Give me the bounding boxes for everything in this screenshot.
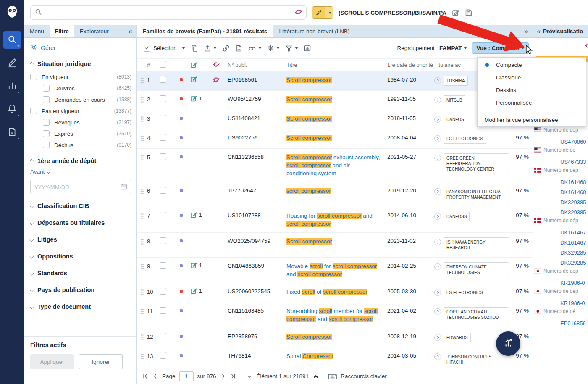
family-member-number[interactable]: DK329385 (533, 199, 588, 205)
row-checkbox[interactable] (160, 212, 166, 218)
row-checkbox[interactable] (160, 76, 166, 83)
filter-checkbox[interactable] (43, 130, 50, 137)
filter-section-classification-cib[interactable]: Classification CIB (30, 197, 131, 214)
drag-handle-icon[interactable] (137, 115, 147, 124)
expand-assignee-icon[interactable] (434, 239, 441, 245)
assignee-box[interactable]: LG ELECTRONICS (444, 134, 486, 144)
family-member-number[interactable]: DK161467 (533, 239, 588, 246)
title-cell[interactable]: scroll compressor (286, 187, 387, 195)
row-checkbox[interactable] (160, 237, 166, 244)
filter-item[interactable]: Révoqués(2197) (30, 117, 131, 128)
table-row[interactable]: 101US20060222545Fixed scroll of scroll c… (137, 283, 533, 302)
filter-section-filing-year[interactable]: 1ère année de dépôt (30, 158, 131, 164)
more-tabs-icon[interactable]: » (519, 25, 533, 37)
filter-section-pays-de-publication[interactable]: Pays de publication (30, 281, 131, 298)
expand-assignee-icon[interactable] (434, 213, 441, 220)
tab-menu[interactable]: Menu (24, 25, 50, 37)
publication-number[interactable]: US10107288 (228, 212, 286, 218)
row-checkbox[interactable] (160, 153, 166, 160)
family-member-number[interactable]: DK329285 (533, 250, 588, 256)
expand-assignee-icon[interactable] (434, 135, 441, 142)
filter-checkbox[interactable] (43, 119, 50, 126)
assignee-box[interactable]: JOHNSON CONTROLS HITACHI (444, 352, 509, 367)
analysis-fab[interactable] (496, 331, 520, 356)
filter-funnel-icon[interactable] (285, 45, 298, 52)
expand-assignee-icon[interactable] (434, 155, 441, 161)
publication-number[interactable]: CN115163485 (228, 307, 286, 314)
title-cell[interactable]: Scroll compressor (286, 134, 387, 142)
title-cell[interactable]: Scroll compressor (286, 95, 387, 103)
rail-analytics-button[interactable] (3, 77, 21, 95)
publication-number[interactable]: CN104863859 (228, 262, 286, 269)
title-cell[interactable]: Scroll compressor (286, 76, 387, 84)
rail-alerts-button[interactable] (3, 100, 21, 118)
publication-number[interactable]: JP7702647 (228, 187, 286, 194)
prev-page-icon[interactable] (152, 373, 158, 379)
expand-assignee-icon[interactable] (434, 77, 441, 84)
duplicate-icon[interactable] (191, 45, 198, 52)
assignee-box[interactable]: EDWARDS (444, 333, 471, 342)
edit-query-icon[interactable] (452, 9, 459, 16)
view-menu-item-compacte[interactable]: Compacte (478, 58, 586, 71)
publication-number[interactable]: US11408421 (228, 115, 286, 121)
drag-handle-icon[interactable] (137, 333, 147, 342)
row-checkbox[interactable] (160, 187, 166, 194)
assignee-box[interactable]: COPELAND CLIMATE TECHNOLOGIES SUZHOU (444, 307, 509, 322)
filter-section-oppositions[interactable]: Oppositions (30, 248, 131, 265)
highlighter-dropdown[interactable] (325, 7, 333, 18)
row-checkbox[interactable] (160, 333, 166, 339)
family-member-number[interactable]: EP016856 (533, 320, 588, 326)
view-menu-item-personnalis-e[interactable]: Personnalisée (478, 96, 586, 109)
analysis-icon[interactable] (304, 45, 311, 52)
tab-filtre[interactable]: Filtre (50, 25, 74, 37)
family-member-number[interactable]: DK329285 (533, 260, 588, 266)
pdf-icon[interactable]: PDF (235, 45, 243, 52)
rail-reports-button[interactable] (3, 123, 21, 142)
expand-assignee-icon[interactable] (434, 116, 441, 123)
expand-assignee-icon[interactable] (434, 188, 441, 195)
assignee-box[interactable]: DANFOSS (444, 212, 470, 221)
tab-npl[interactable]: Littérature non-brevet (LNB) (273, 25, 355, 37)
filter-item[interactable]: Pas en vigueur(13877) (30, 105, 131, 117)
view-menu-edit-custom[interactable]: Modifier la vue personnalisée (478, 113, 586, 126)
questel-owl-logo[interactable] (5, 4, 20, 21)
drawings-indicator[interactable]: 1 (189, 95, 211, 102)
expand-assignee-icon[interactable] (434, 263, 441, 270)
filter-section-litiges[interactable]: Litiges (30, 231, 131, 248)
table-row[interactable]: 6JP7702647scroll compressor2019-12-20PAN… (137, 182, 533, 207)
expand-assignee-icon[interactable] (434, 308, 441, 315)
family-member-number[interactable]: DK161467 (533, 229, 588, 236)
drag-handle-icon[interactable] (137, 95, 147, 104)
assignee-box[interactable]: MITSUB (444, 95, 465, 105)
title-cell[interactable]: Scroll compressor (286, 237, 387, 245)
first-page-icon[interactable] (142, 373, 148, 379)
filter-checkbox[interactable] (30, 74, 37, 80)
publication-number[interactable]: WO2025/094759 (228, 237, 286, 244)
drawings-indicator[interactable]: 1 (189, 212, 211, 218)
family-member-number[interactable]: DK161468 (533, 179, 588, 185)
selection-dropdown[interactable]: Sélection (144, 45, 185, 52)
drag-handle-icon[interactable] (137, 262, 147, 271)
title-cell[interactable]: Movable scroll for scroll compressor and… (286, 262, 387, 278)
title-cell[interactable]: Housing for scroll compressor and scroll… (286, 212, 387, 228)
row-checkbox[interactable] (160, 307, 166, 314)
publication-number[interactable]: EP0168561 (228, 76, 286, 83)
select-all-checkbox[interactable] (160, 61, 166, 68)
view-menu-item-classique[interactable]: Classique (478, 71, 586, 84)
filter-section-standards[interactable]: Standards (30, 265, 131, 281)
last-page-icon[interactable] (230, 373, 236, 379)
rail-compose-button[interactable] (3, 54, 21, 72)
expand-assignee-icon[interactable] (434, 334, 441, 341)
filter-item[interactable]: Demandes en cours(1588) (30, 94, 131, 105)
assignee-box[interactable]: EMERSON CLIMATE TECHNOLOGIES (444, 262, 509, 277)
similar-documents-icon[interactable] (248, 45, 262, 52)
apply-button[interactable]: Appliquer (30, 354, 74, 369)
table-row[interactable]: 8WO2025/094759Scroll compressor2023-11-0… (137, 233, 533, 258)
table-row[interactable]: 71US10107288Housing for scroll compresso… (137, 207, 533, 233)
filter-section-d-posants-ou-titulaires[interactable]: Déposants ou titulaires (30, 214, 131, 231)
assignee-box[interactable]: LG ELECTRONICS (444, 288, 486, 297)
filter-section-type-de-document[interactable]: Type de document (30, 298, 131, 315)
filter-checkbox[interactable] (43, 85, 50, 92)
row-checkbox[interactable] (160, 134, 166, 141)
table-row[interactable]: 1EP0168561Scroll compressor1984-07-20TOS… (137, 71, 533, 91)
